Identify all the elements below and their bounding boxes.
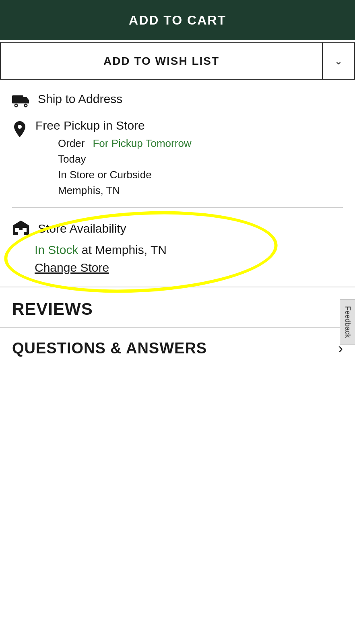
qa-section[interactable]: QUESTIONS & ANSWERS › [0,327,355,369]
order-label: Order [58,137,85,150]
wish-list-row: ADD TO WISH LIST ⌄ [0,42,355,80]
chevron-down-icon: ⌄ [334,56,343,67]
free-pickup-option: Free Pickup in Store Order For Pickup To… [12,119,343,198]
store-location-text: at Memphis, TN [82,243,167,256]
reviews-section: REVIEWS [0,287,355,327]
pickup-info: Free Pickup in Store Order For Pickup To… [35,119,192,198]
svg-rect-9 [18,230,24,235]
ship-to-address-label: Ship to Address [38,92,122,106]
svg-point-4 [25,105,27,106]
svg-point-5 [18,125,22,129]
add-to-cart-button[interactable]: ADD TO CART [0,0,355,40]
pickup-label: Free Pickup in Store [35,119,145,132]
pickup-sub1: In Store or Curbside [58,167,192,183]
stock-info-row: In Stock at Memphis, TN [35,243,343,257]
pickup-details: Order For Pickup Tomorrow Today In Store… [58,137,192,198]
pickup-timing: For Pickup Tomorrow [93,137,191,150]
in-stock-label: In Stock [35,243,78,256]
change-store-link[interactable]: Change Store [35,261,109,274]
store-availability-row: Store Availability [12,220,343,237]
feedback-tab[interactable]: Feedback [340,299,355,345]
divider-1 [12,207,343,208]
qa-title: QUESTIONS & ANSWERS [12,340,207,357]
truck-icon [12,94,30,110]
location-pin-icon [12,120,27,140]
pickup-location: Memphis, TN [58,183,192,198]
store-building-icon [12,220,30,237]
svg-rect-0 [12,95,23,103]
store-availability-section: Store Availability In Stock at Memphis, … [0,216,355,287]
svg-point-2 [15,105,17,106]
add-to-wish-list-button[interactable]: ADD TO WISH LIST [1,43,322,79]
store-availability-label: Store Availability [38,222,126,235]
reviews-title: REVIEWS [12,299,343,319]
pickup-order-row: Order For Pickup Tomorrow [58,137,192,150]
wish-list-dropdown-button[interactable]: ⌄ [322,43,354,79]
order-today-label: Today [58,151,192,167]
ship-to-address-option: Ship to Address [12,92,343,110]
delivery-section: Ship to Address Free Pickup in Store Ord… [0,80,355,208]
